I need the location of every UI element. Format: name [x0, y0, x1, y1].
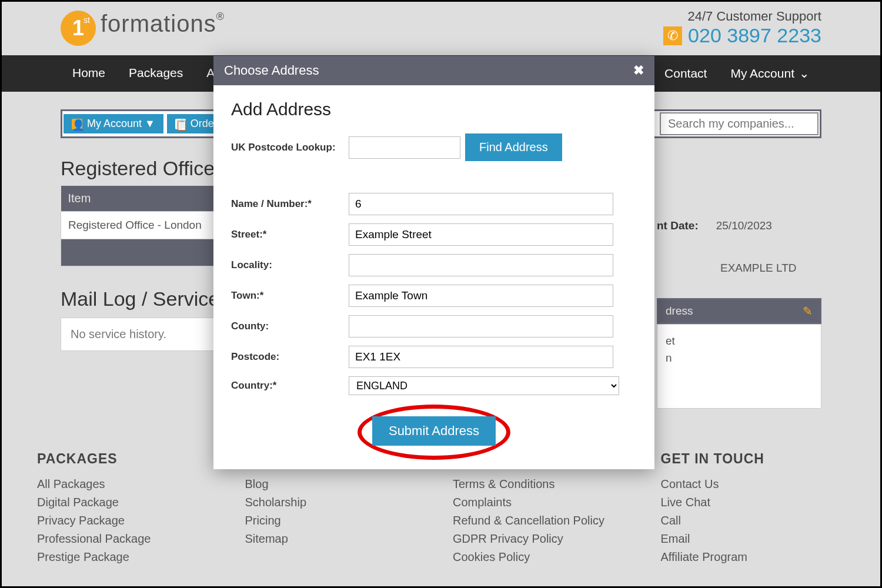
tab-my-account[interactable]: 👤 My Account ▼ [64, 114, 163, 133]
support-phone[interactable]: ✆ 020 3897 2233 [663, 24, 821, 47]
form-row-town: Town:* [231, 285, 637, 307]
modal-title: Choose Address [224, 63, 319, 78]
logo-circle-icon: 1 st [61, 11, 96, 46]
support-label: 24/7 Customer Support [663, 9, 821, 24]
form-row-county: County: [231, 315, 637, 338]
locality-label: Locality: [231, 259, 349, 271]
footer-link[interactable]: Pricing [245, 514, 430, 527]
modal-header: Choose Address ✖ [213, 56, 654, 85]
chevron-down-icon: ⌄ [799, 66, 810, 81]
footer-link[interactable]: Complaints [453, 496, 637, 509]
locality-input[interactable] [349, 254, 613, 276]
footer-link[interactable]: All Packages [37, 477, 222, 491]
phone-icon: ✆ [663, 26, 682, 45]
search-companies-input[interactable] [660, 112, 818, 135]
name-input[interactable] [349, 193, 613, 215]
postcode-lookup-label: UK Postcode Lookup: [231, 142, 349, 153]
footer-link[interactable]: GDPR Privacy Policy [453, 532, 637, 546]
footer-link[interactable]: Scholarship [245, 496, 430, 509]
street-label: Street:* [231, 229, 349, 240]
footer-link[interactable]: Cookies Policy [453, 550, 637, 564]
footer-link[interactable]: Privacy Package [37, 514, 222, 527]
header: 1 st formations ® 24/7 Customer Support … [2, 2, 880, 55]
form-row-postcode: Postcode: [231, 346, 637, 368]
modal-subtitle: Add Address [231, 99, 637, 119]
footer-title-packages: PACKAGES [37, 451, 222, 467]
footer-col-packages: PACKAGES All Packages Digital Package Pr… [25, 451, 233, 569]
county-label: County: [231, 320, 349, 332]
submit-address-button[interactable]: Submit Address [372, 416, 496, 446]
address-body: et n [657, 324, 821, 409]
footer-link[interactable]: Sitemap [245, 532, 430, 546]
country-label: Country:* [231, 380, 349, 392]
form-row-country: Country:* ENGLAND [231, 376, 637, 395]
footer-link[interactable]: Contact Us [661, 477, 846, 491]
form-row-locality: Locality: [231, 254, 637, 276]
nav-account[interactable]: My Account ⌄ [719, 56, 821, 91]
footer-link[interactable]: Refund & Cancellation Policy [453, 514, 637, 527]
trademark-icon: ® [216, 11, 224, 23]
footer-link[interactable]: Digital Package [37, 496, 222, 509]
town-input[interactable] [349, 285, 613, 307]
submit-wrap: Submit Address [231, 416, 637, 446]
postcode-lookup-input[interactable] [349, 136, 460, 159]
address-header-label: dress [666, 305, 693, 318]
footer-title-touch: GET IN TOUCH [661, 451, 846, 467]
footer-col-touch: GET IN TOUCH Contact Us Live Chat Call E… [649, 451, 857, 569]
footer-link[interactable]: Live Chat [661, 496, 846, 509]
name-label: Name / Number:* [231, 198, 349, 210]
orders-icon: 📋 [175, 119, 186, 129]
footer-link[interactable]: Affiliate Program [661, 550, 846, 564]
nav-home[interactable]: Home [61, 55, 117, 92]
logo-suffix: st [83, 15, 90, 25]
tab-my-account-label: My Account ▼ [87, 118, 155, 130]
footer-link[interactable]: Prestige Package [37, 550, 222, 564]
nav-packages[interactable]: Packages [117, 55, 195, 92]
footer-link[interactable]: Call [661, 514, 846, 527]
logo[interactable]: 1 st formations ® [61, 11, 224, 46]
logo-number: 1 [72, 16, 84, 41]
address-panel-header: dress ✎ [657, 298, 821, 324]
form-row-street: Street:* [231, 223, 637, 246]
postcode-label: Postcode: [231, 351, 349, 363]
nav-account-label: My Account [730, 66, 794, 81]
form-row-name: Name / Number:* [231, 193, 637, 215]
country-select[interactable]: ENGLAND [349, 376, 619, 395]
user-icon: 👤 [72, 119, 82, 129]
address-line-2: n [666, 350, 813, 367]
side-date-label: nt Date: [657, 219, 699, 232]
find-address-button[interactable]: Find Address [465, 133, 562, 161]
nav-right: Contact My Account ⌄ [653, 55, 821, 92]
side-panel: nt Date: 25/10/2023 EXAMPLE LTD dress ✎ … [657, 219, 821, 409]
form-row-postcode-lookup: UK Postcode Lookup: Find Address [231, 133, 637, 161]
postcode-input[interactable] [349, 346, 613, 368]
support-block: 24/7 Customer Support ✆ 020 3897 2233 [663, 9, 821, 47]
phone-number: 020 3897 2233 [688, 24, 821, 47]
county-input[interactable] [349, 315, 613, 338]
nav-contact[interactable]: Contact [653, 56, 719, 91]
modal-body: Add Address UK Postcode Lookup: Find Add… [213, 85, 654, 469]
town-label: Town:* [231, 290, 349, 302]
footer-link[interactable]: Professional Package [37, 532, 222, 546]
street-input[interactable] [349, 223, 613, 246]
footer-link[interactable]: Blog [245, 477, 430, 491]
address-line-1: et [666, 333, 813, 350]
logo-text: formations [101, 11, 216, 37]
side-date-value: 25/10/2023 [716, 219, 772, 232]
pencil-icon[interactable]: ✎ [803, 304, 813, 318]
close-icon[interactable]: ✖ [633, 63, 644, 78]
footer-link[interactable]: Email [661, 532, 846, 546]
footer-link[interactable]: Terms & Conditions [453, 477, 637, 491]
choose-address-modal: Choose Address ✖ Add Address UK Postcode… [213, 56, 654, 469]
side-company-value: EXAMPLE LTD [657, 262, 821, 275]
